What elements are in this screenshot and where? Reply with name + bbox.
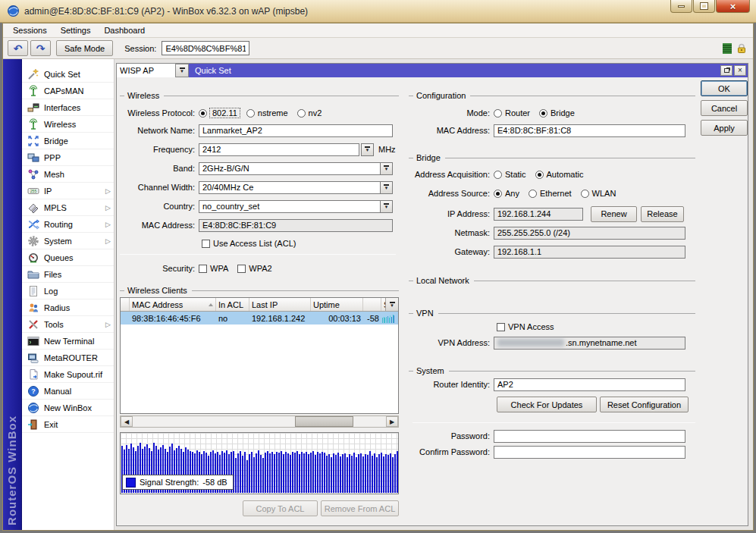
sidebar-item-mesh[interactable]: Mesh xyxy=(22,166,114,183)
ok-button[interactable]: OK xyxy=(701,80,748,96)
netmask-value[interactable] xyxy=(494,227,685,240)
cancel-button[interactable]: Cancel xyxy=(701,100,748,116)
quickset-mode-value[interactable] xyxy=(117,64,176,77)
column-filter-button[interactable]: ▼ xyxy=(385,298,398,311)
menu-sessions[interactable]: Sessions xyxy=(6,24,54,37)
radio-wlan-label[interactable]: WLAN xyxy=(592,189,616,198)
router-identity-input[interactable] xyxy=(494,378,685,391)
network-name-input[interactable] xyxy=(199,124,393,137)
close-button[interactable]: × xyxy=(716,0,750,13)
sidebar-item-exit[interactable]: Exit xyxy=(22,416,114,433)
scroll-thumb[interactable] xyxy=(295,416,353,427)
sidebar-item-log[interactable]: Log xyxy=(22,283,114,299)
scroll-track[interactable] xyxy=(133,416,386,427)
radio-any[interactable] xyxy=(494,190,502,198)
radio-80211[interactable] xyxy=(199,109,207,118)
sidebar-item-capsman[interactable]: CAPsMAN xyxy=(22,83,114,99)
sidebar-item-new-winbox[interactable]: New WinBox xyxy=(22,400,114,416)
sidebar-item-interfaces[interactable]: Interfaces xyxy=(22,99,114,116)
sidebar-item-wireless[interactable]: Wireless xyxy=(22,116,114,133)
wireless-mac-value[interactable] xyxy=(199,219,393,232)
radio-automatic[interactable] xyxy=(535,171,544,179)
sidebar-item-ppp[interactable]: PPP xyxy=(22,149,114,166)
radio-nv2[interactable] xyxy=(297,109,306,118)
menu-settings[interactable]: Settings xyxy=(54,24,98,37)
confirm-password-input[interactable] xyxy=(494,446,685,459)
renew-button[interactable]: Renew xyxy=(591,206,637,222)
redo-button[interactable]: ↷ xyxy=(30,40,51,56)
radio-80211-label[interactable]: 802.11 xyxy=(210,108,240,118)
country-dropdown-button[interactable]: ▼ xyxy=(380,200,393,213)
quickset-mode-dropdown-button[interactable]: ▼ xyxy=(176,64,189,77)
channel-width-input[interactable] xyxy=(199,181,380,194)
vpn-access-checkbox[interactable] xyxy=(497,323,505,331)
radio-any-label[interactable]: Any xyxy=(505,189,519,198)
config-mac-input[interactable] xyxy=(494,124,685,137)
radio-static-label[interactable]: Static xyxy=(505,170,526,179)
quickset-close-button[interactable]: × xyxy=(734,65,746,76)
column-header-uptime[interactable]: Uptime xyxy=(311,298,363,311)
band-input[interactable] xyxy=(199,162,380,175)
scroll-right-button[interactable]: ▶ xyxy=(386,416,398,427)
radio-nv2-label[interactable]: nv2 xyxy=(309,108,322,118)
radio-static[interactable] xyxy=(494,171,502,179)
radio-router[interactable] xyxy=(494,109,502,118)
column-header-mac[interactable]: MAC Address xyxy=(130,298,216,311)
quickset-restore-button[interactable] xyxy=(720,65,732,76)
scroll-left-button[interactable]: ◀ xyxy=(121,416,133,427)
table-horizontal-scrollbar[interactable]: ◀ ▶ xyxy=(120,415,399,428)
sidebar-item-routing[interactable]: Routing▷ xyxy=(22,216,114,233)
sidebar-item-bridge[interactable]: Bridge xyxy=(22,133,114,149)
quickset-mode-select[interactable]: ▼ xyxy=(117,64,189,77)
use-acl-checkbox[interactable] xyxy=(202,240,210,248)
check-for-updates-button[interactable]: Check For Updates xyxy=(497,397,597,412)
radio-bridge-label[interactable]: Bridge xyxy=(551,108,575,118)
maximize-button[interactable] xyxy=(693,0,715,13)
radio-nstreme[interactable] xyxy=(246,109,255,118)
country-input[interactable] xyxy=(199,200,380,213)
sidebar-item-files[interactable]: Files xyxy=(22,266,114,283)
sidebar-item-ip[interactable]: 255IP▷ xyxy=(22,183,114,199)
sidebar-item-quick-set[interactable]: Quick Set xyxy=(22,66,114,83)
column-header-blank[interactable] xyxy=(121,298,130,311)
safe-mode-button[interactable]: Safe Mode xyxy=(56,40,113,56)
wpa2-checkbox[interactable] xyxy=(237,265,246,273)
radio-ethernet-label[interactable]: Ethernet xyxy=(540,189,572,198)
vpn-access-label[interactable]: VPN Access xyxy=(508,322,554,331)
channel-width-dropdown-button[interactable]: ▼ xyxy=(380,181,393,194)
os-titlebar[interactable]: admin@E4:8D:8C:BF:81:C9 (AP2) - WinBox v… xyxy=(0,0,756,23)
vpn-address-value[interactable]: .sn.mynetname.net xyxy=(494,337,685,350)
sidebar-item-metarouter[interactable]: MetaROUTER xyxy=(22,350,114,366)
wpa-checkbox[interactable] xyxy=(199,265,207,273)
use-acl-label[interactable]: Use Access List (ACL) xyxy=(213,239,296,248)
sidebar-item-radius[interactable]: Radius xyxy=(22,299,114,316)
release-button[interactable]: Release xyxy=(641,206,684,222)
ip-address-value[interactable] xyxy=(494,208,583,221)
radio-nstreme-label[interactable]: nstreme xyxy=(258,108,288,118)
column-header-num[interactable] xyxy=(363,298,381,311)
sidebar-item-make-supout-rif[interactable]: Make Supout.rif xyxy=(22,366,114,383)
undo-button[interactable]: ↶ xyxy=(8,40,28,56)
menu-dashboard[interactable]: Dashboard xyxy=(97,24,152,37)
frequency-dropdown-button[interactable]: ▼ xyxy=(361,143,374,156)
password-input[interactable] xyxy=(494,430,685,443)
gateway-value[interactable] xyxy=(494,246,685,259)
band-dropdown-button[interactable]: ▼ xyxy=(380,162,393,175)
sidebar-item-new-terminal[interactable]: New Terminal xyxy=(22,333,114,350)
radio-automatic-label[interactable]: Automatic xyxy=(547,170,584,179)
column-header-last-ip[interactable]: Last IP xyxy=(249,298,311,311)
wpa2-label[interactable]: WPA2 xyxy=(249,264,271,273)
radio-bridge[interactable] xyxy=(539,109,547,118)
reset-configuration-button[interactable]: Reset Configuration xyxy=(600,397,689,412)
sidebar-item-system[interactable]: System▷ xyxy=(22,233,114,249)
minimize-button[interactable] xyxy=(670,0,692,13)
table-row[interactable]: 98:3B:16:46:45:F6 no 192.168.1.242 00:03… xyxy=(121,312,398,325)
radio-ethernet[interactable] xyxy=(529,190,537,198)
apply-button[interactable]: Apply xyxy=(701,120,748,136)
frequency-input[interactable] xyxy=(199,143,359,156)
session-input[interactable] xyxy=(162,41,249,55)
sidebar-item-queues[interactable]: Queues xyxy=(22,249,114,266)
radio-router-label[interactable]: Router xyxy=(505,108,530,118)
wpa-label[interactable]: WPA xyxy=(210,264,228,273)
radio-wlan[interactable] xyxy=(581,190,589,198)
